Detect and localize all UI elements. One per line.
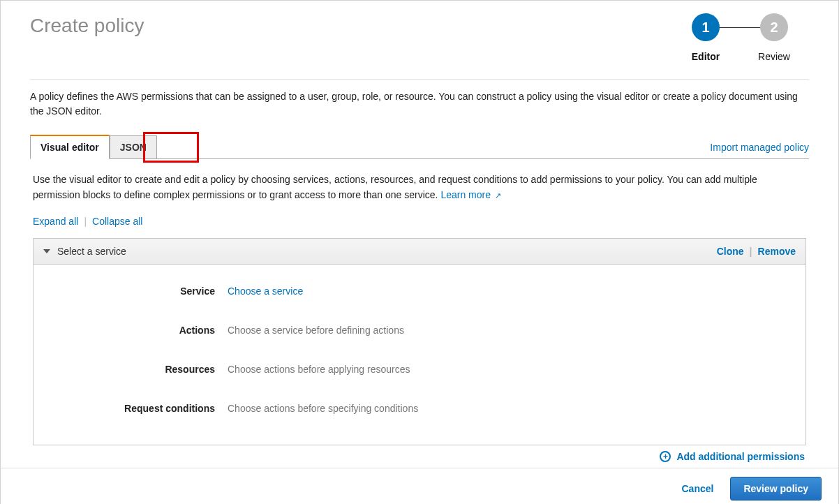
permission-block-title: Select a service	[57, 246, 126, 257]
learn-more-link[interactable]: Learn more ↗	[440, 189, 500, 200]
expand-collapse-controls: Expand all | Collapse all	[33, 216, 806, 227]
step-label-editor: Editor	[692, 51, 720, 62]
expand-all-link[interactable]: Expand all	[33, 216, 78, 227]
label-actions: Actions	[46, 325, 228, 336]
visual-editor-panel: Use the visual editor to create and edit…	[30, 159, 809, 462]
cancel-button[interactable]: Cancel	[676, 477, 719, 500]
learn-more-text: Learn more	[440, 189, 491, 200]
caret-down-icon	[43, 249, 50, 253]
step-review[interactable]: 2 Review	[739, 13, 809, 62]
header-divider	[30, 79, 809, 80]
page-inner: Create policy 1 Editor 2 Review A policy…	[1, 1, 838, 468]
separator: |	[750, 246, 752, 257]
tab-bar: Visual editor JSON Import managed policy	[30, 134, 809, 159]
permission-block: Select a service Clone | Remove Service …	[33, 238, 806, 445]
add-permission-row: + Add additional permissions	[33, 451, 806, 462]
review-policy-button[interactable]: Review policy	[730, 477, 822, 501]
value-resources: Choose actions before applying resources	[228, 364, 410, 375]
step-number-2: 2	[760, 13, 788, 41]
row-conditions: Request conditions Choose actions before…	[46, 389, 793, 428]
label-resources: Resources	[46, 364, 228, 375]
policy-description: A policy defines the AWS permissions tha…	[30, 89, 809, 119]
header-row: Create policy 1 Editor 2 Review	[30, 13, 809, 62]
add-additional-permissions-text: Add additional permissions	[676, 451, 805, 462]
value-conditions: Choose actions before specifying conditi…	[228, 403, 418, 414]
external-link-icon: ↗	[495, 191, 501, 200]
permission-block-body: Service Choose a service Actions Choose …	[34, 265, 805, 445]
import-managed-policy-link[interactable]: Import managed policy	[710, 142, 809, 158]
tab-visual-editor[interactable]: Visual editor	[30, 135, 110, 159]
add-additional-permissions-link[interactable]: + Add additional permissions	[660, 451, 805, 462]
label-service: Service	[46, 286, 228, 297]
separator: |	[84, 216, 87, 227]
tab-json[interactable]: JSON	[110, 135, 157, 159]
row-resources: Resources Choose actions before applying…	[46, 350, 793, 389]
value-actions: Choose a service before defining actions	[228, 325, 404, 336]
footer: Cancel Review policy	[1, 468, 838, 504]
step-label-review: Review	[758, 51, 790, 62]
choose-service-link[interactable]: Choose a service	[228, 286, 303, 297]
label-conditions: Request conditions	[46, 403, 228, 414]
clone-link[interactable]: Clone	[717, 246, 744, 257]
row-actions: Actions Choose a service before defining…	[46, 311, 793, 350]
page-frame: Create policy 1 Editor 2 Review A policy…	[0, 0, 839, 504]
plus-circle-icon: +	[660, 451, 671, 462]
collapse-all-link[interactable]: Collapse all	[92, 216, 142, 227]
page-title: Create policy	[30, 15, 144, 37]
panel-intro-text: Use the visual editor to create and edit…	[33, 174, 757, 200]
row-service: Service Choose a service	[46, 272, 793, 311]
remove-link[interactable]: Remove	[758, 246, 796, 257]
wizard-stepper: 1 Editor 2 Review	[671, 13, 809, 62]
step-number-1: 1	[692, 13, 720, 41]
step-editor[interactable]: 1 Editor	[671, 13, 741, 62]
permission-block-actions: Clone | Remove	[717, 246, 796, 257]
permission-block-header[interactable]: Select a service Clone | Remove	[34, 239, 805, 265]
panel-intro: Use the visual editor to create and edit…	[33, 172, 806, 203]
